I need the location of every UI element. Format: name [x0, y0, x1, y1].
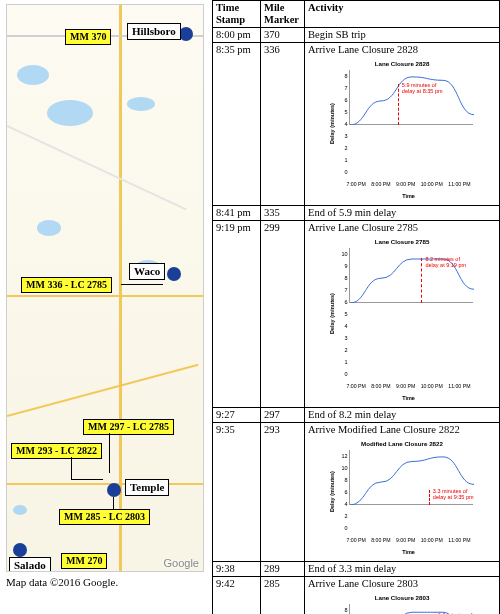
mm-callout-297: MM 297 - LC 2785	[83, 419, 174, 435]
map-water	[127, 97, 155, 111]
cell-timestamp: 9:35	[213, 423, 261, 562]
map-city-dot-waco	[167, 267, 181, 281]
activity-text: End of 3.3 min delay	[308, 563, 496, 575]
chart-plot: 8.2 minutes of delay at 9:19 pm	[349, 248, 473, 303]
chart-yticks: 876543210	[339, 604, 349, 614]
table-row: 8:35 pm336Arrive Lane Closure 2828Lane C…	[213, 43, 500, 206]
map-city-dot-hillsboro	[179, 27, 193, 41]
map-road	[7, 483, 204, 485]
chart-annotation: 3.3 minutes of delay at 9:35 pm	[433, 488, 479, 500]
activity-text: Arrive Lane Closure 2828	[308, 44, 496, 56]
cell-milemarker: 299	[261, 221, 305, 408]
mm-callout-370: MM 370	[65, 29, 111, 45]
mini-chart: Lane Closure 2828Delay (minutes)87654321…	[325, 58, 480, 202]
chart-xticks: 7:00 PM8:00 PM9:00 PM10:00 PM11:00 PM	[347, 534, 471, 546]
table-row: 9:19 pm299Arrive Lane Closure 2785Lane C…	[213, 221, 500, 408]
chart-title: Lane Closure 2828	[325, 58, 480, 70]
th-activity: Activity	[305, 1, 500, 28]
table-row: 9:42285Arrive Lane Closure 2803Lane Clos…	[213, 577, 500, 615]
cell-milemarker: 335	[261, 206, 305, 221]
leader-line	[71, 457, 72, 479]
chart-annotation: 5.9 minutes of delay at 8:35 pm	[402, 82, 450, 94]
chart-ylabel: Delay (minutes)	[325, 450, 339, 534]
map-road	[7, 295, 204, 297]
cell-activity: End of 3.3 min delay	[305, 562, 500, 577]
cell-timestamp: 9:27	[213, 408, 261, 423]
map-city-label-salado: Salado	[9, 557, 51, 572]
chart-xlabel: Time	[347, 392, 471, 404]
mm-callout-293: MM 293 - LC 2822	[11, 443, 102, 459]
activity-text: Arrive Lane Closure 2785	[308, 222, 496, 234]
map-city-dot-salado	[13, 543, 27, 557]
chart-title: Lane Closure 2785	[325, 236, 480, 248]
cell-activity: Arrive Lane Closure 2803Lane Closure 280…	[305, 577, 500, 615]
cell-milemarker: 293	[261, 423, 305, 562]
cell-milemarker: 289	[261, 562, 305, 577]
map-google-logo: Google	[164, 557, 199, 569]
map-city-label-hillsboro: Hillsboro	[127, 23, 181, 40]
map-city-dot-temple	[107, 483, 121, 497]
th-timestamp: Time Stamp	[213, 1, 261, 28]
cell-activity: Arrive Lane Closure 2785Lane Closure 278…	[305, 221, 500, 408]
mini-chart: Modified Lane Closure 2822Delay (minutes…	[325, 438, 480, 558]
chart-ylabel: Delay (minutes)	[325, 248, 339, 380]
mm-callout-285: MM 285 - LC 2803	[59, 509, 150, 525]
table-row: 8:00 pm370Begin SB trip	[213, 28, 500, 43]
activity-text: End of 5.9 min delay	[308, 207, 496, 219]
chart-title: Lane Closure 2803	[325, 592, 480, 604]
map-water	[13, 505, 27, 515]
leader-line	[121, 284, 163, 285]
leader-line	[113, 497, 114, 509]
chart-xlabel: Time	[347, 546, 471, 558]
map-road	[7, 125, 187, 210]
map-water	[17, 65, 49, 85]
cell-timestamp: 8:00 pm	[213, 28, 261, 43]
th-milemarker: Mile Marker	[261, 1, 305, 28]
table-row: 8:41 pm335End of 5.9 min delay	[213, 206, 500, 221]
chart-title: Modified Lane Closure 2822	[325, 438, 480, 450]
cell-activity: Arrive Modified Lane Closure 2822Modifie…	[305, 423, 500, 562]
cell-timestamp: 9:19 pm	[213, 221, 261, 408]
cell-milemarker: 297	[261, 408, 305, 423]
cell-milemarker: 336	[261, 43, 305, 206]
mm-callout-270: MM 270	[61, 553, 107, 569]
table-row: 9:27297End of 8.2 min delay	[213, 408, 500, 423]
map-city-label-waco: Waco	[129, 263, 165, 280]
activity-text: End of 8.2 min delay	[308, 409, 496, 421]
leader-line	[71, 479, 103, 480]
activity-text: Arrive Modified Lane Closure 2822	[308, 424, 496, 436]
chart-yticks: 121086420	[339, 450, 349, 534]
map-panel: Hillsboro Waco Temple Salado MM 370 MM 3…	[6, 4, 204, 572]
map-water	[47, 100, 93, 126]
cell-timestamp: 9:38	[213, 562, 261, 577]
chart-xticks: 7:00 PM8:00 PM9:00 PM10:00 PM11:00 PM	[347, 380, 471, 392]
cell-activity: Begin SB trip	[305, 28, 500, 43]
leader-line	[109, 433, 110, 473]
mm-callout-336: MM 336 - LC 2785	[21, 277, 112, 293]
chart-ylabel: Delay (minutes)	[325, 604, 339, 614]
cell-timestamp: 8:35 pm	[213, 43, 261, 206]
chart-xticks: 7:00 PM8:00 PM9:00 PM10:00 PM11:00 PM	[347, 178, 471, 190]
map-road	[7, 364, 199, 417]
map-credit: Map data ©2016 Google.	[6, 576, 210, 588]
chart-yticks: 876543210	[339, 70, 349, 178]
chart-xlabel: Time	[347, 190, 471, 202]
table-row: 9:35293Arrive Modified Lane Closure 2822…	[213, 423, 500, 562]
chart-plot: 5.9 minutes of delay at 8:35 pm	[349, 70, 473, 125]
cell-timestamp: 8:41 pm	[213, 206, 261, 221]
activity-text: Arrive Lane Closure 2803	[308, 578, 496, 590]
chart-plot: 6.6 minutes of delay at 9:42 pm	[349, 604, 473, 614]
cell-activity: End of 8.2 min delay	[305, 408, 500, 423]
table-row: 9:38289End of 3.3 min delay	[213, 562, 500, 577]
cell-activity: End of 5.9 min delay	[305, 206, 500, 221]
chart-ylabel: Delay (minutes)	[325, 70, 339, 178]
map-city-label-temple: Temple	[125, 479, 169, 496]
chart-yticks: 109876543210	[339, 248, 349, 380]
chart-plot: 3.3 minutes of delay at 9:35 pm	[349, 450, 473, 505]
map-water	[37, 220, 61, 236]
cell-activity: Arrive Lane Closure 2828Lane Closure 282…	[305, 43, 500, 206]
mini-chart: Lane Closure 2785Delay (minutes)10987654…	[325, 236, 480, 404]
cell-milemarker: 285	[261, 577, 305, 615]
mini-chart: Lane Closure 2803Delay (minutes)87654321…	[325, 592, 480, 614]
chart-annotation: 8.2 minutes of delay at 9:19 pm	[425, 256, 471, 268]
